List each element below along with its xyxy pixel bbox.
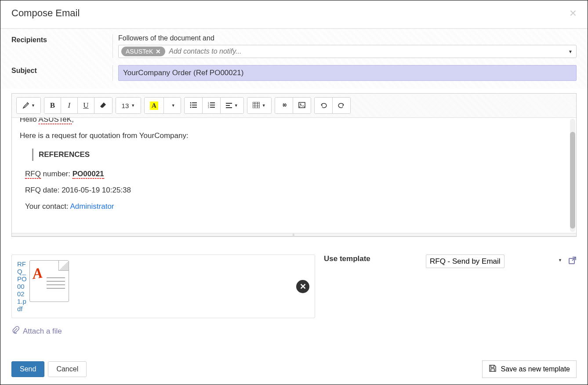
- svg-point-1: [28, 103, 29, 104]
- svg-point-0: [27, 102, 28, 103]
- table-icon: [253, 102, 260, 109]
- template-area: Use template RFQ - Send by Email: [324, 254, 577, 336]
- svg-rect-11: [210, 105, 215, 105]
- contact-line: Your contact: Administrator: [25, 200, 568, 212]
- external-link-icon[interactable]: [568, 254, 577, 267]
- template-label: Use template: [324, 254, 421, 336]
- tag-remove-icon[interactable]: ✕: [156, 48, 161, 55]
- rfq-date: 2016-05-19 10:25:38: [62, 186, 131, 194]
- greeting-hello: Hello: [20, 118, 37, 123]
- recipients-input-wrap[interactable]: ASUSTeK ✕ ▼: [118, 45, 577, 58]
- greeting-line: Hello ASUSTeK,: [20, 118, 568, 125]
- link-button[interactable]: [275, 98, 293, 113]
- editor-body[interactable]: Hello ASUSTeK, Here is a request for quo…: [12, 118, 576, 233]
- svg-rect-16: [226, 107, 232, 108]
- scrollbar-track[interactable]: [570, 119, 575, 232]
- svg-rect-15: [226, 105, 230, 106]
- paragraph-dropdown-button[interactable]: ▼: [221, 98, 243, 113]
- bold-button[interactable]: B: [44, 98, 61, 113]
- ordered-list-button[interactable]: 123: [203, 98, 221, 113]
- recipients-label: Recipients: [11, 34, 113, 44]
- link-icon: [280, 102, 287, 109]
- svg-point-6: [190, 106, 191, 108]
- caret-down-icon: ▼: [131, 103, 135, 108]
- recipients-row: Recipients Followers of the document and…: [11, 29, 577, 62]
- caret-down-icon: ▼: [262, 103, 266, 108]
- recipients-field: Followers of the document and ASUSTeK ✕ …: [113, 34, 577, 58]
- magic-icon: [22, 102, 29, 110]
- svg-point-2: [190, 102, 191, 103]
- svg-rect-14: [226, 103, 232, 104]
- redo-icon: [338, 102, 345, 109]
- svg-rect-13: [210, 107, 215, 108]
- attachment-area: RFQ_PO00021.pdf A ✕ Attach a file: [11, 254, 315, 336]
- rfq-date-line: RFQ date: 2016-05-19 10:25:38: [25, 184, 568, 196]
- scrollbar-thumb[interactable]: [570, 132, 575, 229]
- caret-down-icon: ▼: [31, 103, 35, 108]
- align-icon: [226, 102, 232, 109]
- send-button[interactable]: Send: [11, 361, 44, 377]
- references-block: REFERENCES: [32, 149, 568, 160]
- attachment-filename[interactable]: RFQ_PO00021.pdf: [17, 260, 28, 312]
- pdf-icon: A: [29, 260, 69, 302]
- intro-line: Here is a request for quotation from You…: [20, 130, 568, 142]
- svg-point-4: [190, 104, 191, 105]
- compose-email-modal: Compose Email × Recipients Followers of …: [0, 0, 588, 385]
- save-icon: [489, 364, 497, 374]
- list-ol-icon: 123: [208, 102, 215, 109]
- subject-label: Subject: [11, 65, 113, 75]
- picture-button[interactable]: [293, 98, 311, 113]
- svg-text:3: 3: [208, 106, 209, 108]
- svg-rect-7: [192, 107, 197, 108]
- underline-button[interactable]: U: [78, 98, 94, 113]
- fontcolor-dropdown-button[interactable]: ▼: [164, 98, 181, 113]
- save-template-text: Save as new template: [501, 365, 570, 373]
- cancel-button[interactable]: Cancel: [48, 361, 87, 377]
- attach-file-link[interactable]: Attach a file: [11, 326, 315, 336]
- undo-icon: [320, 102, 327, 109]
- save-template-button[interactable]: Save as new template: [482, 360, 577, 378]
- svg-rect-17: [253, 102, 260, 108]
- followers-text: Followers of the document and: [118, 34, 577, 42]
- modal-header: Compose Email ×: [0, 0, 588, 29]
- lower-section: RFQ_PO00021.pdf A ✕ Attach a file Use te…: [0, 237, 588, 341]
- form-section: Recipients Followers of the document and…: [0, 29, 588, 89]
- picture-icon: [298, 102, 305, 109]
- editor-container: ▼ B I U 13 ▼: [11, 93, 577, 237]
- subject-field: [113, 65, 577, 81]
- list-ul-icon: [190, 102, 197, 109]
- resize-handle[interactable]: ≡: [12, 233, 576, 236]
- subject-input[interactable]: [118, 65, 577, 81]
- greeting-name: ASUSTeK: [39, 118, 72, 124]
- recipients-dropdown-icon[interactable]: ▼: [568, 49, 573, 54]
- table-dropdown-button[interactable]: ▼: [247, 98, 271, 113]
- svg-rect-5: [192, 105, 197, 105]
- template-select[interactable]: RFQ - Send by Email: [426, 254, 505, 268]
- redo-button[interactable]: [333, 98, 350, 113]
- erase-button[interactable]: [94, 98, 112, 113]
- fontsize-dropdown-button[interactable]: 13 ▼: [116, 98, 141, 113]
- references-heading: REFERENCES: [39, 149, 568, 160]
- paperclip-icon: [11, 326, 19, 336]
- contact-link[interactable]: Administrator: [70, 202, 114, 211]
- caret-down-icon: ▼: [171, 103, 175, 108]
- modal-footer: Send Cancel Save as new template: [0, 354, 588, 385]
- caret-down-icon: ▼: [234, 103, 238, 108]
- svg-point-23: [300, 103, 301, 105]
- modal-title: Compose Email: [11, 7, 80, 19]
- fontcolor-button[interactable]: A: [145, 98, 164, 113]
- fontcolor-icon: A: [150, 102, 158, 110]
- recipients-input[interactable]: [169, 47, 573, 55]
- italic-button[interactable]: I: [61, 98, 78, 113]
- rfq-number-line: RFQ number: PO00021: [25, 168, 568, 180]
- editor-toolbar: ▼ B I U 13 ▼: [12, 94, 576, 118]
- close-icon[interactable]: ×: [570, 7, 577, 19]
- style-dropdown-button[interactable]: ▼: [17, 98, 40, 113]
- unordered-list-button[interactable]: [185, 98, 203, 113]
- recipient-tag: ASUSTeK ✕: [121, 47, 165, 56]
- attach-file-text: Attach a file: [23, 327, 62, 336]
- remove-attachment-icon[interactable]: ✕: [296, 280, 309, 293]
- rfq-number: PO00021: [73, 170, 104, 179]
- eraser-icon: [100, 102, 107, 109]
- undo-button[interactable]: [315, 98, 333, 113]
